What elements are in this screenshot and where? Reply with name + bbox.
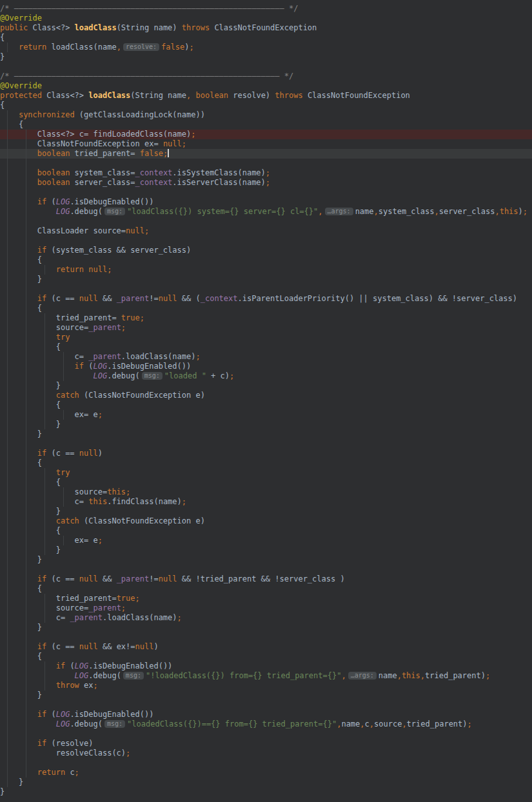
code-line[interactable]: source=this; [0, 487, 532, 497]
code-line[interactable]: if (system_class && server_class) [0, 246, 532, 255]
code-line[interactable]: } [0, 275, 532, 284]
code-line[interactable]: } [0, 52, 532, 62]
code-line[interactable] [0, 217, 532, 226]
code-line[interactable]: c= _parent.loadClass(name); [0, 613, 532, 623]
code-line[interactable]: { [0, 652, 532, 661]
code-line-highlighted[interactable]: Class<?> c= findLoadedClass(name); [0, 130, 532, 139]
code-line[interactable]: if (c == null && _parent!=null && !tried… [0, 574, 532, 584]
code-token: null [79, 642, 98, 651]
code-line[interactable]: ClassLoader source=null; [0, 226, 532, 236]
code-line-current[interactable]: boolean tried_parent= false; [0, 149, 532, 159]
code-token [0, 168, 37, 177]
indent-guide [7, 487, 8, 497]
code-line[interactable]: LOG.debug(msg:"loadClass({}) system={} s… [0, 207, 532, 217]
code-line[interactable]: ex= e; [0, 536, 532, 545]
code-line[interactable]: public Class<?> loadClass(String name) t… [0, 23, 532, 33]
code-line[interactable]: if (LOG.isDebugEnabled()) [0, 710, 532, 719]
code-line[interactable]: } [0, 787, 532, 797]
code-line[interactable]: { [0, 478, 532, 487]
code-line[interactable]: source=_parent; [0, 323, 532, 333]
code-line[interactable] [0, 62, 532, 72]
code-line[interactable]: } [0, 555, 532, 565]
code-line[interactable]: boolean system_class=_context.isSystemCl… [0, 168, 532, 178]
code-line[interactable]: } [0, 690, 532, 700]
code-editor[interactable]: /* —————————————————————————————————————… [0, 0, 532, 802]
code-line[interactable]: catch (ClassNotFoundException e) [0, 391, 532, 400]
code-line[interactable]: { [0, 120, 532, 130]
code-line[interactable]: c= _parent.loadClass(name); [0, 352, 532, 362]
code-token: throws [182, 23, 210, 32]
code-line[interactable]: source=_parent; [0, 603, 532, 613]
code-line[interactable] [0, 159, 532, 168]
indent-guide [7, 294, 8, 304]
code-line[interactable]: LOG.debug(msg:"loadedClass({})=={} from=… [0, 719, 532, 729]
code-line[interactable]: } [0, 381, 532, 391]
code-line[interactable] [0, 729, 532, 739]
code-line[interactable]: { [0, 526, 532, 536]
code-line[interactable]: if (c == null) [0, 449, 532, 458]
code-line[interactable]: } [0, 420, 532, 429]
code-line[interactable]: LOG.debug(msg:"!loadedClass({}) from={} … [0, 671, 532, 681]
code-line[interactable] [0, 758, 532, 768]
code-line[interactable]: if (c == null && _parent!=null && (_cont… [0, 294, 532, 304]
code-line[interactable]: boolean server_class=_context.isServerCl… [0, 178, 532, 188]
code-token [0, 333, 56, 342]
code-line[interactable]: } [0, 623, 532, 632]
code-line[interactable]: tried_parent= true; [0, 313, 532, 323]
code-line[interactable] [0, 284, 532, 294]
code-token: c [65, 768, 74, 777]
code-line[interactable] [0, 439, 532, 449]
code-line[interactable] [0, 188, 532, 197]
code-line[interactable]: } [0, 429, 532, 439]
code-token [0, 391, 56, 400]
code-line[interactable]: { [0, 101, 532, 110]
code-line[interactable]: { [0, 400, 532, 410]
code-line[interactable]: return loadClass(name,resolve:false); [0, 43, 532, 52]
code-line[interactable]: c= this.findClass(name); [0, 497, 532, 507]
code-line[interactable]: throw ex; [0, 681, 532, 690]
code-line[interactable]: } [0, 545, 532, 555]
code-token [0, 516, 56, 525]
indent-guide [26, 284, 26, 294]
code-line[interactable] [0, 236, 532, 246]
code-line[interactable]: if (LOG.isDebugEnabled()) [0, 197, 532, 207]
code-line[interactable]: { [0, 304, 532, 313]
code-line[interactable]: if (resolve) [0, 739, 532, 748]
code-line[interactable]: tried_parent=true; [0, 594, 532, 603]
code-token: null [163, 139, 182, 148]
code-line[interactable] [0, 700, 532, 710]
code-line[interactable]: if (c == null && ex!=null) [0, 642, 532, 652]
code-line[interactable] [0, 565, 532, 574]
code-line[interactable]: synchronized (getClassLoadingLock(name)) [0, 110, 532, 120]
code-line[interactable]: LOG.debug(msg:"loaded " + c); [0, 371, 532, 381]
indent-guide [26, 381, 26, 391]
code-line[interactable]: return null; [0, 265, 532, 275]
code-token: source [374, 719, 402, 729]
code-line[interactable]: if (LOG.isDebugEnabled()) [0, 362, 532, 371]
code-line[interactable]: @Override [0, 14, 532, 23]
code-line[interactable] [0, 632, 532, 642]
code-line[interactable]: catch (ClassNotFoundException e) [0, 516, 532, 526]
code-line[interactable]: /* —————————————————————————————————————… [0, 4, 532, 14]
code-line[interactable]: resolveClass(c); [0, 748, 532, 758]
code-token: _context [135, 178, 173, 187]
code-line[interactable]: ClassNotFoundException ex= null; [0, 139, 532, 149]
code-line[interactable]: { [0, 584, 532, 594]
code-line[interactable]: } [0, 507, 532, 516]
code-line[interactable]: @Override [0, 81, 532, 91]
code-line[interactable]: } [0, 778, 532, 787]
code-line[interactable]: { [0, 458, 532, 468]
code-line[interactable]: if (LOG.isDebugEnabled()) [0, 661, 532, 671]
code-line[interactable]: /* —————————————————————————————————————… [0, 72, 532, 81]
code-line[interactable]: { [0, 255, 532, 265]
code-token: this [107, 487, 126, 496]
code-line[interactable]: { [0, 33, 532, 43]
code-token: if [56, 661, 65, 670]
code-line[interactable]: protected Class<?> loadClass(String name… [0, 91, 532, 101]
code-line[interactable]: { [0, 342, 532, 352]
code-line[interactable]: return c; [0, 768, 532, 778]
code-line[interactable]: ex= e; [0, 410, 532, 420]
code-line[interactable]: try [0, 333, 532, 342]
code-line[interactable]: try [0, 468, 532, 478]
annotation: @Override [0, 14, 42, 23]
